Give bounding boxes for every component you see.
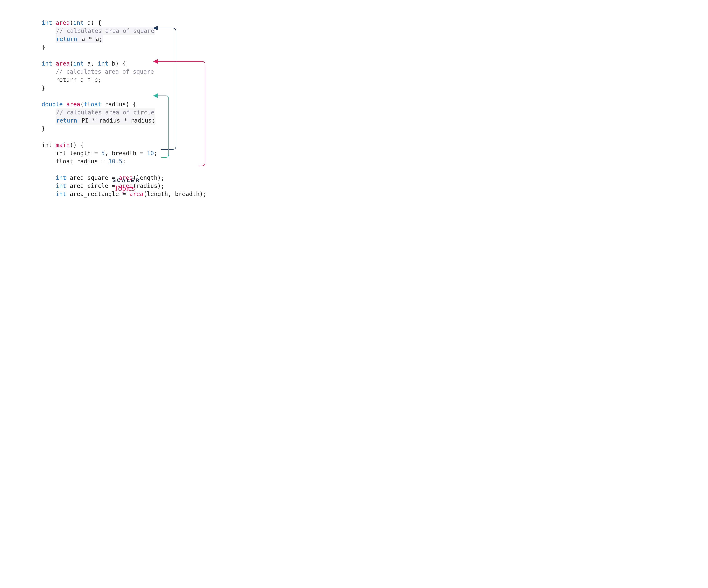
paren-open: ( [80, 101, 84, 108]
func-name-area: area [56, 19, 69, 26]
func-name-area: area [56, 60, 69, 67]
main-signature: int main() { [41, 141, 207, 149]
param-rest: radius) { [101, 101, 137, 108]
main-decl-float: float radius = 10.5; [41, 157, 207, 165]
keyword-return: return [56, 35, 78, 43]
args-length-breadth: (length, breadth); [143, 191, 207, 197]
return-expr: a * a; [78, 35, 103, 43]
func3-signature: double area(float radius) { [41, 100, 207, 109]
decl-breadth: , breadth = [105, 150, 147, 157]
func1-return: return a * a; [41, 35, 207, 43]
semicolon: ; [122, 158, 126, 165]
param-rest: b) { [108, 60, 126, 67]
func3-return: return PI * radius * radius; [41, 117, 207, 125]
func2-signature: int area(int a, int b) { [41, 60, 207, 68]
keyword-int: int [73, 19, 84, 26]
main-decl-int: int length = 5, breadth = 10; [41, 149, 207, 157]
comment-rectangle: // calculates area of square [56, 68, 154, 75]
comment-circle: // calculates area of circle [56, 109, 155, 117]
func2-close: } [41, 84, 207, 92]
func-name-main: main [56, 142, 69, 149]
comment-square: // calculates area of square [56, 27, 155, 35]
lhs-area-square: area_square = [66, 174, 119, 181]
func-name-area: area [66, 101, 80, 108]
keyword-float: float [84, 101, 101, 108]
func1-close: } [41, 43, 207, 52]
keyword-int: int [73, 60, 84, 67]
func3-close: } [41, 125, 207, 133]
decl-radius: radius = [73, 158, 109, 165]
keyword-int-plain: int [41, 142, 52, 149]
keyword-int: int [56, 191, 66, 197]
scaler-logo: SCALER Topics [112, 177, 141, 194]
keyword-int: int [56, 174, 66, 181]
paren-open: ( [70, 19, 73, 26]
code-block: int area(int a) { // calculates area of … [41, 19, 207, 198]
keyword-int: int [41, 60, 52, 67]
semicolon: ; [154, 150, 157, 157]
literal-5: 5 [101, 150, 105, 157]
func1-signature: int area(int a) { [41, 19, 207, 27]
func2-return: return a * b; [41, 76, 207, 84]
main-rest: () { [70, 142, 84, 149]
literal-10: 10 [147, 150, 154, 157]
keyword-int: int [41, 19, 52, 26]
type-float: float [56, 158, 73, 165]
type-int: int [56, 150, 66, 157]
keyword-double: double [41, 101, 63, 108]
paren-open: ( [70, 60, 73, 67]
func1-comment: // calculates area of square [41, 27, 207, 35]
keyword-int: int [98, 60, 109, 67]
literal-10-5: 10.5 [108, 158, 122, 165]
param-mid: a, [84, 60, 98, 67]
return-expr: PI * radius * radius; [78, 117, 156, 125]
func3-comment: // calculates area of circle [41, 109, 207, 117]
keyword-return: return [56, 117, 78, 125]
keyword-int: int [56, 183, 66, 189]
func2-comment: // calculates area of square [41, 68, 207, 76]
param-rest: a) { [84, 19, 101, 26]
decl-length: length = [66, 150, 101, 157]
logo-text-bottom: Topics [110, 183, 139, 194]
